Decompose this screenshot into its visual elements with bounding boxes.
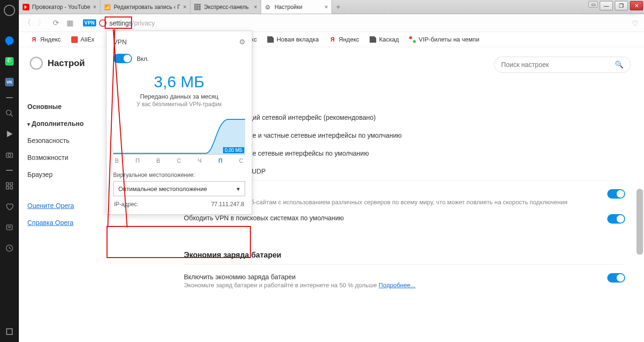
opera-grey-icon (30, 57, 43, 70)
back-button[interactable]: 〈 (24, 19, 31, 27)
page-icon (370, 36, 376, 43)
svg-rect-6 (10, 183, 13, 185)
vpn-usage-chart: 0,00 МБ (113, 117, 245, 155)
tab-youtube[interactable]: Провокатор - YouTube × (19, 0, 100, 14)
vpn-on-label: Вкл. (137, 55, 149, 62)
vpn-chart-days: ВПВ СЧ ПС (113, 158, 245, 169)
opera-logo-icon[interactable] (4, 5, 15, 16)
history-icon[interactable] (5, 244, 14, 252)
forward-button[interactable]: 〉 (38, 19, 45, 27)
vpn-enable-switch[interactable] (607, 189, 625, 199)
vpn-data-amount: 3,6 МБ (113, 73, 245, 91)
scrollbar-thumb[interactable] (636, 189, 643, 255)
camera-icon[interactable] (5, 150, 14, 159)
grid-icon (194, 4, 201, 10)
wifi-icon (104, 4, 111, 10)
tab-wordpress[interactable]: Редактировать запись ‹ Г × (100, 0, 190, 14)
vpn-ip-value: 77.111.247.8 (211, 201, 244, 208)
aliexpress-icon (71, 36, 78, 43)
reload-button[interactable]: ⟳ (52, 19, 59, 27)
opera-left-rail: VK (0, 0, 19, 342)
battery-section-header: Экономия заряда батареи (184, 251, 625, 259)
svg-rect-8 (10, 187, 13, 189)
address-bar[interactable]: VPN settings/privacy (80, 17, 625, 30)
window-controls: ▭ — ❐ ✕ (587, 0, 644, 11)
heart-icon[interactable] (5, 202, 14, 211)
vpn-bypass-label: Обходить VPN в поисковых системах по умо… (184, 214, 344, 222)
youtube-icon (23, 4, 29, 10)
tab-settings[interactable]: Настройки × (261, 0, 332, 14)
tab-strip: Провокатор - YouTube × Редактировать зап… (19, 0, 644, 14)
extensions-grid-icon[interactable]: ▦ (66, 19, 74, 27)
vpn-location-value: Оптимальное местоположение (118, 185, 207, 192)
tab-speeddial[interactable]: Экспресс-панель × (190, 0, 261, 14)
battery-enable-label: Включить экономию заряда батареи (184, 273, 415, 281)
rail-separator (6, 97, 13, 98)
close-icon[interactable]: × (254, 4, 257, 10)
close-icon[interactable]: × (183, 4, 186, 10)
vpn-badge[interactable]: VPN (83, 19, 96, 26)
svg-rect-7 (6, 187, 8, 189)
tab-title: Редактировать запись ‹ Г (114, 4, 180, 10)
new-tab-button[interactable]: + (332, 0, 344, 14)
svg-line-1 (10, 114, 13, 117)
vpn-popup: VPN ⚙ Вкл. 3,6 МБ Передано данных за мес… (106, 31, 252, 215)
tab-title: Настройки (274, 4, 322, 10)
settings-search[interactable]: 🔍 (494, 57, 631, 73)
bookmark-kaskad[interactable]: Каскад (370, 36, 399, 43)
url-text: settings/privacy (109, 19, 155, 27)
svg-rect-5 (6, 183, 8, 185)
colored-dots-icon (409, 36, 416, 43)
vpn-data-caption: Передано данных за месяц (113, 93, 245, 100)
window-close-button[interactable]: ✕ (630, 1, 643, 10)
bookmark-aliexpress[interactable]: AliEx (71, 36, 95, 43)
chevron-down-icon: ▾ (237, 185, 240, 192)
bookmark-yandex2[interactable]: ЯЯндекс (329, 36, 359, 43)
close-icon[interactable]: × (93, 4, 96, 10)
vpn-bypass-switch[interactable] (607, 214, 625, 224)
window-maximize-button[interactable]: ❐ (615, 1, 628, 10)
vpn-toggle-switch[interactable] (113, 54, 132, 63)
battery-sub: Экономьте заряд батареи и работайте в ин… (184, 282, 415, 289)
vpn-settings-gear-icon[interactable]: ⚙ (239, 38, 245, 46)
vk-icon[interactable]: VK (5, 78, 14, 86)
vpn-chart-value-label: 0,00 МБ (223, 147, 244, 153)
messenger-icon[interactable] (5, 36, 14, 45)
vpn-location-select[interactable]: Оптимальное местоположение ▾ (113, 181, 245, 196)
svg-marker-2 (7, 131, 13, 137)
bookmark-newtab[interactable]: Новая вкладка (267, 36, 319, 43)
bookmark-heart-icon[interactable]: ♡ (632, 19, 639, 27)
play-icon[interactable] (5, 130, 14, 138)
svg-point-4 (8, 154, 11, 157)
svg-point-0 (6, 110, 11, 115)
address-bar-row: 〈 〉 ⟳ ▦ VPN settings/privacy ♡ (19, 14, 644, 32)
tab-title: Экспресс-панель (204, 4, 251, 10)
opera-small-icon (99, 19, 107, 27)
window-shrink-icon[interactable]: ▭ (588, 1, 598, 8)
page-icon (267, 36, 274, 43)
bookmark-vip[interactable]: VIP-билеты на чемпи (409, 36, 479, 43)
speed-dial-grid-icon[interactable] (5, 182, 14, 190)
bookmark-yandex[interactable]: ЯЯндекс (31, 36, 61, 43)
news-icon[interactable] (5, 223, 14, 232)
nav-help-opera[interactable]: Справка Opera (27, 214, 123, 231)
vpn-popup-title: VPN (113, 38, 127, 46)
vpn-ip-label: IP-адрес: (114, 201, 139, 208)
svg-rect-9 (7, 225, 12, 230)
rail-separator (6, 170, 13, 171)
battery-switch[interactable] (607, 273, 625, 283)
yandex-icon: Я (31, 36, 37, 43)
page-title: Настрой (48, 58, 85, 68)
tab-title: Провокатор - YouTube (32, 4, 90, 10)
gear-icon (265, 4, 272, 10)
search-icon[interactable] (5, 109, 14, 117)
sidebar-settings-icon[interactable] (6, 328, 13, 335)
search-icon: 🔍 (615, 60, 624, 69)
window-minimize-button[interactable]: — (600, 1, 613, 10)
battery-more-link[interactable]: Подробнее... (379, 282, 415, 289)
vpn-data-sub: У вас безлимитный VPN-трафик (113, 101, 245, 108)
whatsapp-icon[interactable] (5, 57, 14, 66)
yandex-icon: Я (329, 36, 336, 43)
close-icon[interactable]: × (324, 4, 328, 10)
settings-search-input[interactable] (501, 61, 615, 68)
